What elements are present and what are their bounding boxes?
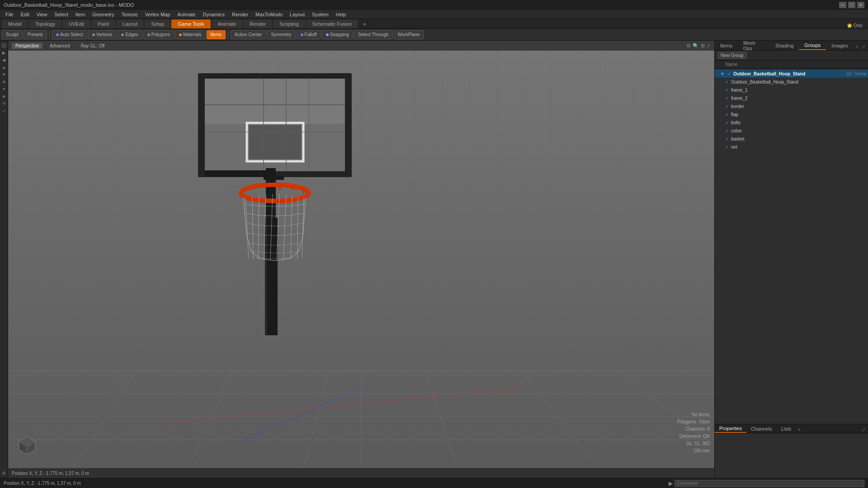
tab-mesh-ops[interactable]: Mesh Ops [738, 41, 770, 50]
sidebar-icon-bottom[interactable]: ⊞ [1, 470, 7, 476]
sidebar-icon-6[interactable]: ⊕ [1, 79, 7, 85]
group-item-net[interactable]: ✓ net [715, 143, 868, 151]
tab-images[interactable]: Images [826, 41, 853, 50]
menu-render[interactable]: Render [228, 10, 252, 19]
tab-shading[interactable]: Shading [770, 41, 799, 50]
tab-layout[interactable]: Layout [116, 19, 144, 28]
sidebar-icon-3[interactable]: ◀ [1, 57, 7, 63]
viewport-cube[interactable] [17, 434, 38, 455]
viewport-icon-expand[interactable]: ⤢ [707, 43, 711, 49]
tab-items[interactable]: Items [715, 41, 738, 50]
group-item-main[interactable]: ✓ Outdoor_Basketball_Hoop_Stand [715, 78, 868, 86]
menu-layout[interactable]: Layout [286, 10, 308, 19]
group-item-basket[interactable]: ✓ basket [715, 135, 868, 143]
group-item-root[interactable]: ▼ ✓ Outdoor_Basketball_Hoop_Stand (2) : … [715, 70, 868, 78]
menu-vertexmap[interactable]: Vertex Map [142, 10, 174, 19]
br-tab-lists[interactable]: Lists [777, 425, 796, 433]
action-center-button[interactable]: Action Center [231, 30, 266, 39]
sculpt-button[interactable]: Sculpt [2, 30, 23, 39]
new-group-button[interactable]: New Group [717, 52, 747, 59]
menu-animate[interactable]: Animate [174, 10, 199, 19]
tab-groups[interactable]: Groups [799, 41, 826, 50]
tab-setup[interactable]: Setup [145, 19, 170, 28]
tab-schematic[interactable]: Schematic Fusion [306, 19, 358, 28]
viewport-icon-settings[interactable]: ⚙ [686, 43, 691, 49]
groups-col-name: Name [726, 62, 738, 67]
presets-button[interactable]: Presets [24, 30, 47, 39]
menu-view[interactable]: View [33, 10, 51, 19]
group-item-frame2[interactable]: ✓ frame_2 [715, 94, 868, 102]
maximize-button[interactable]: □ [848, 2, 855, 8]
viewport-icon-zoom[interactable]: ⊞ [701, 43, 705, 49]
sidebar-icon-7[interactable]: ✦ [1, 86, 7, 92]
tab-animate[interactable]: Animate [212, 19, 242, 28]
br-tab-channels[interactable]: Channels [746, 425, 776, 433]
command-input[interactable] [675, 480, 864, 487]
close-button[interactable]: ✕ [857, 2, 864, 8]
viewport-tab-perspective[interactable]: Perspective [12, 43, 42, 49]
menu-system[interactable]: System [308, 10, 332, 19]
auto-select-button[interactable]: Auto Select [52, 30, 87, 39]
vis-icon-basket: ✓ [724, 136, 730, 141]
menu-item[interactable]: Item [72, 10, 89, 19]
scene-canvas[interactable]: No Items Polygons : Face Channels: 0 Def… [8, 51, 714, 468]
right-tab-add[interactable]: + [855, 43, 859, 50]
snapping-button[interactable]: Snapping [322, 30, 353, 39]
sidebar-icon-8[interactable]: ◈ [1, 93, 7, 99]
stat-gl: GL: 51, 362 [677, 440, 710, 447]
br-panel-expand[interactable]: ⤢ [859, 427, 868, 433]
svg-rect-30 [278, 187, 281, 190]
group-item-colon[interactable]: ✓ colon [715, 127, 868, 135]
symmetry-button[interactable]: Symmetry [267, 30, 296, 39]
viewport-tab-advanced[interactable]: Advanced [46, 43, 73, 49]
menu-maxtomodo[interactable]: MaxToModo [252, 10, 286, 19]
menu-dynamics[interactable]: Dynamics [199, 10, 228, 19]
items-button[interactable]: Items [207, 30, 226, 39]
menu-file[interactable]: File [2, 10, 17, 19]
menu-help[interactable]: Help [332, 10, 350, 19]
group-item-border[interactable]: ✓ border [715, 102, 868, 110]
stat-size: 100 mm [677, 447, 710, 455]
tab-render[interactable]: Render [243, 19, 272, 28]
tab-add-button[interactable]: + [359, 19, 370, 28]
basketball-hoop [180, 64, 370, 335]
materials-button[interactable]: Materials [175, 30, 206, 39]
vertices-button[interactable]: Vertices [88, 30, 117, 39]
sidebar-icon-9[interactable]: ⟲ [1, 100, 7, 107]
group-name-frame2: frame_2 [731, 96, 866, 101]
minimize-button[interactable]: — [839, 2, 846, 8]
br-tab-properties[interactable]: Properties [715, 425, 746, 433]
tab-gametools[interactable]: Game Tools [171, 19, 211, 28]
tab-uvedit[interactable]: UVEdit [62, 19, 90, 28]
viewport-tab-raygl[interactable]: Ray GL: Off [77, 43, 108, 49]
menu-edit[interactable]: Edit [17, 10, 33, 19]
falloff-button[interactable]: Falloff [297, 30, 321, 39]
menu-texture[interactable]: Texture [118, 10, 142, 19]
tab-topology[interactable]: Topology [29, 19, 61, 28]
sidebar-icon-4[interactable]: ▲ [1, 64, 7, 70]
menu-select[interactable]: Select [51, 10, 72, 19]
group-item-frame1[interactable]: ✓ frame_1 [715, 86, 868, 94]
sidebar-icon-2[interactable]: ▶ [1, 50, 7, 56]
edges-button[interactable]: Edges [117, 30, 142, 39]
workplane-button[interactable]: WorkPlane [394, 30, 424, 39]
sidebar-icon-10[interactable]: ⤢ [1, 108, 7, 114]
sidebar-icon-1[interactable]: ⬛ [1, 42, 7, 49]
vis-icon-frame1: ✓ [724, 87, 730, 93]
status-bar: Position X, Y, Z: -1.775 m, 1.37 m, 0 m … [0, 478, 868, 488]
polygons-button[interactable]: Polygons [143, 30, 174, 39]
tab-scripting[interactable]: Scripting [273, 19, 305, 28]
tab-model[interactable]: Model [2, 19, 28, 28]
only-badge[interactable]: ⭐ Only [843, 23, 866, 28]
viewport[interactable]: Perspective Advanced Ray GL: Off ⚙ 🔍 ⊞ ⤢ [8, 41, 714, 478]
tab-paint[interactable]: Paint [91, 19, 115, 28]
menu-geometry[interactable]: Geometry [89, 10, 118, 19]
select-through-button[interactable]: Select Through [354, 30, 393, 39]
br-tab-add[interactable]: + [797, 426, 801, 433]
group-item-flap[interactable]: ✓ flap [715, 110, 868, 118]
edges-label: Edges [125, 32, 138, 37]
group-item-bolts[interactable]: ✓ bolts [715, 118, 868, 127]
sidebar-icon-5[interactable]: ▼ [1, 71, 7, 78]
right-panel-expand[interactable]: ⤢ [859, 44, 868, 50]
viewport-icon-search[interactable]: 🔍 [693, 43, 699, 49]
